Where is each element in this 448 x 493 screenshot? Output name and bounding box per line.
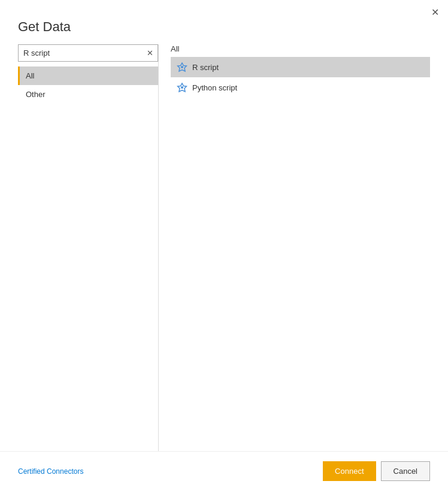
dialog-body: ✕ All Other All R script <box>0 44 448 451</box>
svg-point-0 <box>181 66 183 68</box>
right-panel: All R script Python script <box>159 44 430 451</box>
get-data-dialog: ✕ Get Data ✕ All Other All <box>0 0 448 493</box>
dialog-footer: Certified Connectors Connect Cancel <box>0 451 448 493</box>
titlebar: ✕ <box>0 0 448 19</box>
left-panel: ✕ All Other <box>18 44 159 451</box>
category-list: All Other <box>18 66 158 104</box>
search-input[interactable] <box>18 44 158 62</box>
search-box-wrapper: ✕ <box>18 44 158 62</box>
connect-button[interactable]: Connect <box>323 461 376 481</box>
svg-point-1 <box>181 86 183 89</box>
search-clear-button[interactable]: ✕ <box>144 47 156 59</box>
category-item-all[interactable]: All <box>18 66 158 85</box>
dialog-title: Get Data <box>0 19 448 44</box>
close-button[interactable]: ✕ <box>428 5 442 19</box>
category-item-other[interactable]: Other <box>18 85 158 104</box>
footer-buttons: Connect Cancel <box>323 461 430 481</box>
cancel-button[interactable]: Cancel <box>381 461 430 481</box>
connector-icon-r-script <box>177 62 187 72</box>
connector-label-python-script: Python script <box>192 83 237 92</box>
connector-list: R script Python script <box>171 57 430 98</box>
connector-item-python-script[interactable]: Python script <box>171 77 430 98</box>
connector-icon-python-script <box>177 82 187 93</box>
connector-label-r-script: R script <box>192 63 219 72</box>
results-header: All <box>171 44 430 53</box>
certified-connectors-link[interactable]: Certified Connectors <box>18 467 83 476</box>
connector-item-r-script[interactable]: R script <box>171 57 430 77</box>
